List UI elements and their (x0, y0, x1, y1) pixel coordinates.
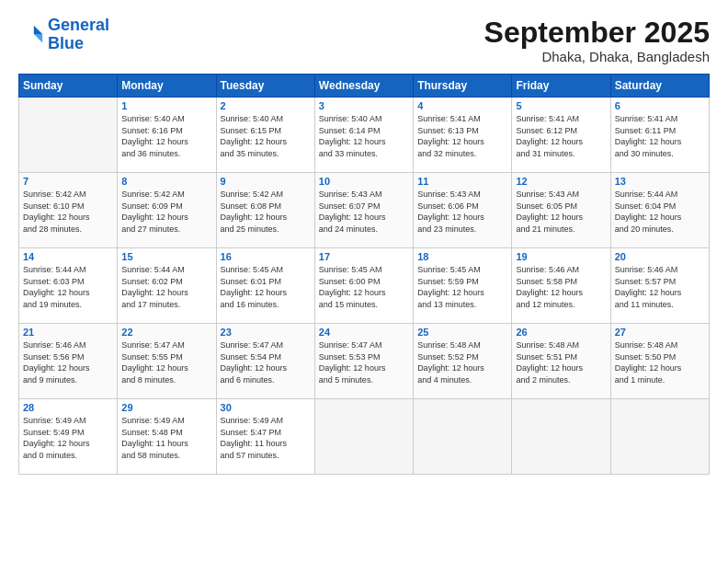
calendar-cell: 3Sunrise: 5:40 AM Sunset: 6:14 PM Daylig… (314, 98, 413, 173)
calendar-cell: 25Sunrise: 5:48 AM Sunset: 5:52 PM Dayli… (414, 324, 512, 399)
calendar-cell: 19Sunrise: 5:46 AM Sunset: 5:58 PM Dayli… (512, 248, 610, 324)
day-number: 19 (516, 251, 606, 262)
day-number: 15 (121, 251, 211, 262)
calendar-cell: 9Sunrise: 5:42 AM Sunset: 6:08 PM Daylig… (216, 173, 314, 248)
svg-marker-1 (34, 34, 42, 42)
page: General Blue September 2025 Dhaka, Dhaka… (0, 0, 728, 563)
cell-content: Sunrise: 5:40 AM Sunset: 6:16 PM Dayligh… (121, 113, 211, 159)
calendar-cell: 24Sunrise: 5:47 AM Sunset: 5:53 PM Dayli… (314, 324, 413, 399)
calendar-cell: 30Sunrise: 5:49 AM Sunset: 5:47 PM Dayli… (216, 399, 314, 475)
cell-content: Sunrise: 5:42 AM Sunset: 6:10 PM Dayligh… (23, 189, 113, 235)
day-header: Friday (512, 75, 610, 98)
day-header: Tuesday (216, 75, 314, 98)
calendar-cell: 28Sunrise: 5:49 AM Sunset: 5:49 PM Dayli… (19, 399, 118, 475)
day-header: Sunday (19, 75, 118, 98)
day-number: 20 (615, 251, 705, 262)
cell-content: Sunrise: 5:46 AM Sunset: 5:58 PM Dayligh… (516, 264, 606, 310)
cell-content: Sunrise: 5:45 AM Sunset: 6:00 PM Dayligh… (319, 264, 409, 310)
cell-content: Sunrise: 5:41 AM Sunset: 6:11 PM Dayligh… (615, 113, 705, 159)
cell-content: Sunrise: 5:41 AM Sunset: 6:13 PM Dayligh… (417, 113, 507, 159)
day-number: 1 (121, 100, 211, 111)
calendar-cell: 20Sunrise: 5:46 AM Sunset: 5:57 PM Dayli… (610, 248, 709, 324)
logo: General Blue (18, 17, 109, 53)
cell-content: Sunrise: 5:41 AM Sunset: 6:12 PM Dayligh… (516, 113, 606, 159)
day-number: 30 (221, 402, 311, 413)
cell-content: Sunrise: 5:45 AM Sunset: 6:01 PM Dayligh… (221, 264, 311, 310)
month-title: September 2025 (484, 17, 710, 49)
day-number: 6 (615, 100, 705, 111)
calendar-week-row: 1Sunrise: 5:40 AM Sunset: 6:16 PM Daylig… (19, 98, 710, 173)
day-number: 18 (417, 251, 507, 262)
calendar-cell: 5Sunrise: 5:41 AM Sunset: 6:12 PM Daylig… (512, 98, 610, 173)
day-number: 27 (615, 327, 705, 338)
day-header: Saturday (610, 75, 709, 98)
cell-content: Sunrise: 5:48 AM Sunset: 5:52 PM Dayligh… (417, 339, 507, 385)
calendar-cell: 2Sunrise: 5:40 AM Sunset: 6:15 PM Daylig… (216, 98, 314, 173)
calendar-week-row: 21Sunrise: 5:46 AM Sunset: 5:56 PM Dayli… (19, 324, 710, 399)
cell-content: Sunrise: 5:43 AM Sunset: 6:07 PM Dayligh… (319, 189, 409, 235)
cell-content: Sunrise: 5:48 AM Sunset: 5:50 PM Dayligh… (615, 339, 705, 385)
day-number: 17 (319, 251, 409, 262)
cell-content: Sunrise: 5:42 AM Sunset: 6:08 PM Dayligh… (221, 189, 311, 235)
cell-content: Sunrise: 5:47 AM Sunset: 5:53 PM Dayligh… (319, 339, 409, 385)
calendar-cell: 21Sunrise: 5:46 AM Sunset: 5:56 PM Dayli… (19, 324, 118, 399)
calendar-cell: 10Sunrise: 5:43 AM Sunset: 6:07 PM Dayli… (314, 173, 413, 248)
calendar-cell: 6Sunrise: 5:41 AM Sunset: 6:11 PM Daylig… (610, 98, 709, 173)
calendar-cell: 23Sunrise: 5:47 AM Sunset: 5:54 PM Dayli… (216, 324, 314, 399)
calendar-cell: 13Sunrise: 5:44 AM Sunset: 6:04 PM Dayli… (610, 173, 709, 248)
cell-content: Sunrise: 5:44 AM Sunset: 6:04 PM Dayligh… (615, 189, 705, 235)
cell-content: Sunrise: 5:44 AM Sunset: 6:03 PM Dayligh… (23, 264, 113, 310)
title-block: September 2025 Dhaka, Dhaka, Bangladesh (484, 17, 710, 64)
day-number: 21 (23, 327, 113, 338)
day-number: 14 (23, 251, 113, 262)
day-number: 16 (221, 251, 311, 262)
calendar-cell (314, 399, 413, 475)
calendar-week-row: 28Sunrise: 5:49 AM Sunset: 5:49 PM Dayli… (19, 399, 710, 475)
cell-content: Sunrise: 5:47 AM Sunset: 5:54 PM Dayligh… (221, 339, 311, 385)
cell-content: Sunrise: 5:40 AM Sunset: 6:14 PM Dayligh… (319, 113, 409, 159)
day-header: Monday (118, 75, 216, 98)
day-number: 12 (516, 176, 606, 187)
cell-content: Sunrise: 5:49 AM Sunset: 5:47 PM Dayligh… (221, 415, 311, 461)
calendar-cell: 18Sunrise: 5:45 AM Sunset: 5:59 PM Dayli… (414, 248, 512, 324)
day-number: 29 (121, 402, 211, 413)
svg-marker-0 (34, 26, 42, 34)
location: Dhaka, Dhaka, Bangladesh (484, 49, 710, 64)
calendar-cell (19, 98, 118, 173)
day-number: 13 (615, 176, 705, 187)
cell-content: Sunrise: 5:49 AM Sunset: 5:48 PM Dayligh… (121, 415, 211, 461)
calendar-cell: 14Sunrise: 5:44 AM Sunset: 6:03 PM Dayli… (19, 248, 118, 324)
header: General Blue September 2025 Dhaka, Dhaka… (18, 17, 710, 64)
cell-content: Sunrise: 5:48 AM Sunset: 5:51 PM Dayligh… (516, 339, 606, 385)
cell-content: Sunrise: 5:45 AM Sunset: 5:59 PM Dayligh… (417, 264, 507, 310)
day-number: 7 (23, 176, 113, 187)
day-header: Thursday (414, 75, 512, 98)
day-number: 24 (319, 327, 409, 338)
calendar-cell: 8Sunrise: 5:42 AM Sunset: 6:09 PM Daylig… (118, 173, 216, 248)
cell-content: Sunrise: 5:43 AM Sunset: 6:05 PM Dayligh… (516, 189, 606, 235)
cell-content: Sunrise: 5:46 AM Sunset: 5:56 PM Dayligh… (23, 339, 113, 385)
calendar-cell: 16Sunrise: 5:45 AM Sunset: 6:01 PM Dayli… (216, 248, 314, 324)
calendar-cell: 11Sunrise: 5:43 AM Sunset: 6:06 PM Dayli… (414, 173, 512, 248)
calendar-table: SundayMondayTuesdayWednesdayThursdayFrid… (18, 74, 710, 475)
logo-text: General Blue (48, 17, 109, 53)
day-header: Wednesday (314, 75, 413, 98)
cell-content: Sunrise: 5:46 AM Sunset: 5:57 PM Dayligh… (615, 264, 705, 310)
day-number: 10 (319, 176, 409, 187)
calendar-cell: 4Sunrise: 5:41 AM Sunset: 6:13 PM Daylig… (414, 98, 512, 173)
calendar-cell (610, 399, 709, 475)
cell-content: Sunrise: 5:49 AM Sunset: 5:49 PM Dayligh… (23, 415, 113, 461)
cell-content: Sunrise: 5:42 AM Sunset: 6:09 PM Dayligh… (121, 189, 211, 235)
calendar-cell: 26Sunrise: 5:48 AM Sunset: 5:51 PM Dayli… (512, 324, 610, 399)
calendar-cell: 27Sunrise: 5:48 AM Sunset: 5:50 PM Dayli… (610, 324, 709, 399)
cell-content: Sunrise: 5:44 AM Sunset: 6:02 PM Dayligh… (121, 264, 211, 310)
day-number: 4 (417, 100, 507, 111)
day-number: 22 (121, 327, 211, 338)
calendar-cell (414, 399, 512, 475)
day-number: 5 (516, 100, 606, 111)
day-number: 9 (221, 176, 311, 187)
calendar-cell: 17Sunrise: 5:45 AM Sunset: 6:00 PM Dayli… (314, 248, 413, 324)
logo-icon (18, 22, 44, 48)
day-number: 2 (221, 100, 311, 111)
day-number: 3 (319, 100, 409, 111)
